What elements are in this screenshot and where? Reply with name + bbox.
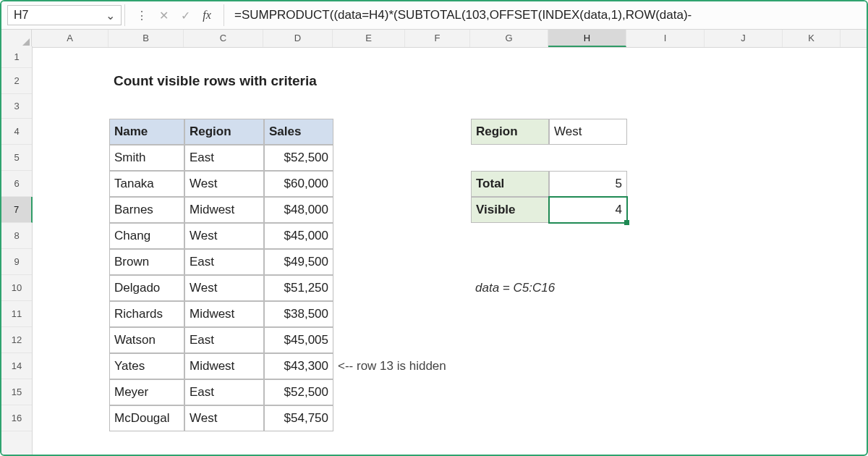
row-header[interactable]: 9 [1, 249, 32, 275]
more-icon[interactable]: ⋮ [135, 9, 148, 22]
side-region-value[interactable]: West [549, 119, 627, 145]
row-header[interactable]: 8 [1, 223, 32, 249]
table-cell-sales[interactable]: $52,500 [264, 379, 333, 405]
column-header[interactable]: K [783, 30, 841, 47]
app-frame: H7 ⌄ ⋮ ✕ ✓ fx =SUMPRODUCT((data=H4)*(SUB… [0, 0, 868, 456]
side-visible-value[interactable]: 4 [549, 197, 627, 223]
table-cell-sales[interactable]: $43,300 [264, 353, 333, 379]
table-cell-region[interactable]: East [184, 145, 264, 171]
side-total-label[interactable]: Total [471, 171, 549, 197]
formula-input[interactable]: =SUMPRODUCT((data=H4)*(SUBTOTAL(103,OFFS… [227, 1, 867, 29]
table-cell-name[interactable]: Smith [109, 145, 184, 171]
column-headers: ABCDEFGHIJK [1, 30, 867, 48]
table-cell-sales[interactable]: $60,000 [264, 171, 333, 197]
table-cell-region[interactable]: Midwest [184, 353, 264, 379]
hidden-row-note: <-- row 13 is hidden [333, 353, 549, 379]
column-header[interactable]: J [705, 30, 783, 47]
row-header[interactable]: 15 [1, 379, 32, 405]
table-cell-name[interactable]: Delgado [109, 275, 184, 301]
table-cell-name[interactable]: Brown [109, 249, 184, 275]
table-cell-sales[interactable]: $45,000 [264, 223, 333, 249]
row-header[interactable]: 12 [1, 327, 32, 353]
table-cell-region[interactable]: West [184, 223, 264, 249]
row-header[interactable]: 7 [1, 197, 33, 223]
row-header[interactable]: 11 [1, 301, 32, 327]
column-header[interactable]: G [470, 30, 548, 47]
name-box-wrap: H7 ⌄ [1, 1, 122, 29]
table-cell-region[interactable]: West [184, 275, 264, 301]
fx-icon[interactable]: fx [200, 9, 213, 22]
table-cell-region[interactable]: Midwest [184, 197, 264, 223]
table-cell-sales[interactable]: $52,500 [264, 145, 333, 171]
column-header[interactable]: B [109, 30, 184, 47]
table-cell-sales[interactable]: $38,500 [264, 301, 333, 327]
column-header[interactable]: H [548, 30, 626, 47]
row-header[interactable]: 16 [1, 405, 32, 431]
table-cell-name[interactable]: Tanaka [109, 171, 184, 197]
formula-bar-icons: ⋮ ✕ ✓ fx [128, 1, 221, 29]
formula-text: =SUMPRODUCT((data=H4)*(SUBTOTAL(103,OFFS… [234, 8, 692, 22]
row-header[interactable]: 1 [1, 46, 32, 68]
sheet[interactable]: Count visible rows with criteriaNameRegi… [33, 46, 867, 455]
table-cell-region[interactable]: West [184, 405, 264, 431]
side-total-value[interactable]: 5 [549, 171, 627, 197]
row-header[interactable]: 5 [1, 145, 32, 171]
select-all-corner[interactable] [1, 30, 32, 47]
table-cell-name[interactable]: Barnes [109, 197, 184, 223]
table-header-sales[interactable]: Sales [264, 119, 333, 145]
separator [224, 4, 224, 26]
name-box[interactable]: H7 ⌄ [7, 5, 122, 25]
name-box-value: H7 [14, 9, 28, 22]
column-header[interactable]: A [32, 30, 109, 47]
chevron-down-icon[interactable]: ⌄ [106, 9, 115, 22]
table-cell-sales[interactable]: $49,500 [264, 249, 333, 275]
table-cell-name[interactable]: McDougal [109, 405, 184, 431]
row-header[interactable]: 14 [1, 353, 32, 379]
enter-icon[interactable]: ✓ [179, 9, 192, 22]
row-header[interactable]: 2 [1, 68, 32, 94]
row-headers: 123456789101112141516 [1, 46, 33, 455]
grid-body: 123456789101112141516 Count visible rows… [1, 46, 867, 455]
table-cell-sales[interactable]: $48,000 [264, 197, 333, 223]
table-cell-sales[interactable]: $54,750 [264, 405, 333, 431]
cancel-icon[interactable]: ✕ [157, 9, 170, 22]
side-region-label[interactable]: Region [471, 119, 549, 145]
table-cell-name[interactable]: Watson [109, 327, 184, 353]
svg-marker-0 [22, 38, 30, 46]
row-header[interactable]: 10 [1, 275, 32, 301]
side-visible-label[interactable]: Visible [471, 197, 549, 223]
table-cell-region[interactable]: West [184, 171, 264, 197]
table-cell-region[interactable]: East [184, 249, 264, 275]
table-cell-sales[interactable]: $45,005 [264, 327, 333, 353]
table-cell-name[interactable]: Meyer [109, 379, 184, 405]
table-header-name[interactable]: Name [109, 119, 184, 145]
row-header[interactable]: 4 [1, 119, 32, 145]
column-header[interactable]: I [626, 30, 705, 47]
formula-bar: H7 ⌄ ⋮ ✕ ✓ fx =SUMPRODUCT((data=H4)*(SUB… [1, 1, 867, 30]
table-cell-name[interactable]: Richards [109, 301, 184, 327]
column-header[interactable]: F [405, 30, 470, 47]
table-cell-region[interactable]: Midwest [184, 301, 264, 327]
column-header[interactable]: E [333, 30, 405, 47]
table-cell-name[interactable]: Yates [109, 353, 184, 379]
row-header[interactable]: 3 [1, 94, 32, 119]
table-cell-sales[interactable]: $51,250 [264, 275, 333, 301]
table-header-region[interactable]: Region [184, 119, 264, 145]
table-cell-region[interactable]: East [184, 379, 264, 405]
data-range-note: data = C5:C16 [471, 275, 705, 301]
page-title: Count visible rows with criteria [109, 68, 406, 94]
row-header[interactable]: 6 [1, 171, 32, 197]
table-cell-region[interactable]: East [184, 327, 264, 353]
separator [124, 4, 125, 26]
column-header[interactable]: C [184, 30, 263, 47]
column-header[interactable]: D [263, 30, 333, 47]
select-all-icon [22, 38, 30, 46]
table-cell-name[interactable]: Chang [109, 223, 184, 249]
